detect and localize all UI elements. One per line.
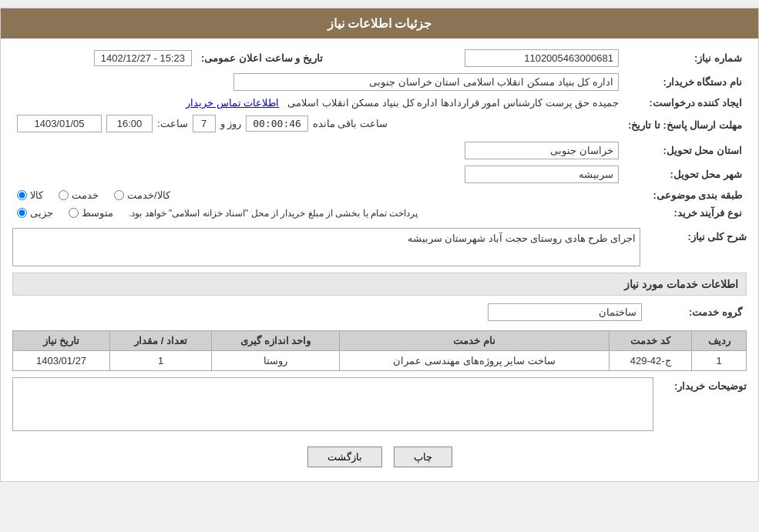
process-motavaset-radio[interactable] [69, 208, 79, 218]
announcement-value: 1402/12/27 - 15:23 [94, 50, 192, 66]
deadline-time-label: ساعت: [157, 118, 188, 129]
category-kala-khedmat-radio[interactable] [114, 190, 124, 200]
need-number-label: شماره نیاز: [623, 46, 747, 70]
process-label: نوع فرآیند خرید: [623, 204, 747, 222]
province-label: استان محل تحویل: [623, 139, 747, 162]
print-button[interactable]: چاپ [394, 447, 452, 467]
deadline-remaining: 00:00:46 [246, 115, 308, 132]
deadline-days-label: روز و [220, 118, 242, 129]
contact-link[interactable]: اطلاعات تماس خریدار [186, 97, 279, 109]
city-value: سربیشه [465, 166, 619, 183]
category-khedmat-radio[interactable] [59, 190, 69, 200]
deadline-remaining-label: ساعت باقی مانده [313, 118, 388, 129]
page-title: جزئیات اطلاعات نیاز [1, 8, 758, 38]
col-row: ردیف [692, 331, 747, 351]
buyer-org-value: اداره کل بنیاد مسکن انقلاب اسلامی استان … [233, 73, 619, 91]
col-name: نام خدمت [340, 331, 610, 351]
services-table: ردیف کد خدمت نام خدمت واحد اندازه گیری ت… [12, 330, 747, 371]
buyer-org-label: نام دستگاه خریدار: [623, 70, 747, 94]
service-group-label: گروه خدمت: [646, 300, 747, 324]
category-kala-radio[interactable] [17, 190, 27, 200]
category-kala-label: کالا [30, 189, 43, 201]
col-unit: واحد اندازه گیری [212, 331, 340, 351]
requester-label: ایجاد کننده درخواست: [623, 94, 747, 112]
announcement-label: تاریخ و ساعت اعلان عمومی: [196, 46, 327, 70]
services-section-header: اطلاعات خدمات مورد نیاز [12, 273, 747, 296]
service-group-value: ساختمان [488, 303, 642, 321]
table-row: 1ج-42-429ساخت سایر پروژه‌های مهندسی عمرا… [13, 351, 747, 371]
col-code: کد خدمت [609, 331, 691, 351]
need-number-value: 1102005463000681 [465, 49, 619, 67]
process-motavaset-label: متوسط [82, 207, 113, 219]
requester-value: جمیده حق پرست کارشناس امور قراردادها ادا… [287, 97, 619, 109]
category-kala-khedmat-label: کالا/خدمت [127, 189, 170, 201]
process-jazee-radio[interactable] [17, 208, 27, 218]
process-desc: پرداخت تمام یا بخشی از مبلغ خریدار از مح… [129, 208, 418, 219]
category-label: طبقه بندی موضوعی: [623, 186, 747, 204]
col-qty: تعداد / مقدار [110, 331, 212, 351]
buyer-notes-input[interactable] [12, 377, 653, 431]
category-khedmat-label: خدمت [72, 189, 99, 201]
province-value: خراسان جنوبی [465, 142, 619, 159]
deadline-time: 16:00 [106, 115, 153, 132]
col-date: تاریخ نیاز [13, 331, 110, 351]
deadline-date: 1403/01/05 [17, 115, 102, 132]
deadline-label: مهلت ارسال پاسخ: تا تاریخ: [623, 112, 747, 139]
need-desc-label: شرح کلی نیاز: [646, 228, 747, 243]
city-label: شهر محل تحویل: [623, 162, 747, 186]
buyer-notes-label: توضیحات خریدار: [660, 377, 747, 392]
process-jazee-label: جزیی [30, 207, 53, 219]
need-desc-value: اجرای طرح هادی روستای حجت آباد شهرستان س… [12, 228, 640, 266]
back-button[interactable]: بازگشت [307, 447, 382, 467]
deadline-days: 7 [193, 115, 216, 132]
